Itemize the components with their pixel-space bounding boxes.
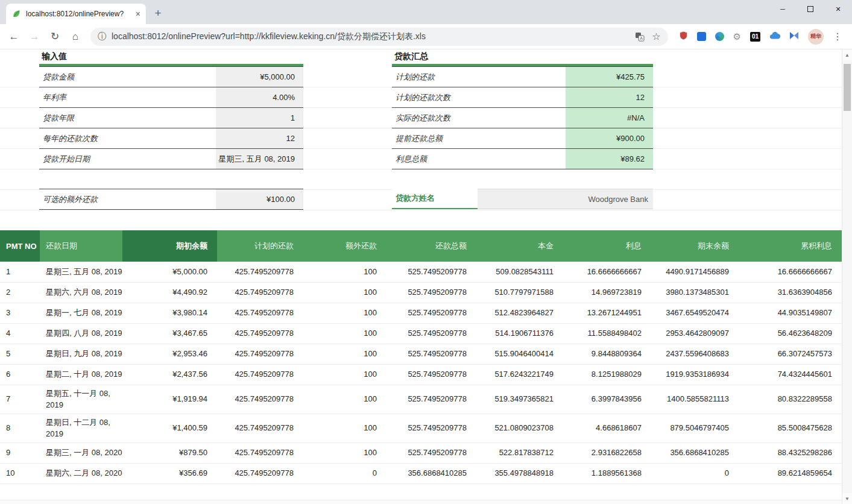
col-scheduled-payment: 计划的还款 [217,230,303,262]
horizontal-scroll-strip[interactable] [0,500,842,504]
table-row: 9星期三, 一月 08, 2020¥879.50425.749520977810… [0,443,842,463]
browser-tab[interactable]: localhost:8012/onlinePreview? × [6,4,146,24]
cell: 355.4978848918 [476,463,563,484]
cell: 3980.1373485301 [651,282,739,303]
kv-label: 每年的还款次数 [39,128,216,149]
spacer [392,169,653,189]
cell: 522.817838712 [476,443,563,463]
kv-value: 4.00% [216,87,303,108]
cell: 4490.9171456889 [651,262,739,282]
cell: 100 [303,344,387,364]
cell: 星期五, 十一月 08, 2019 [40,385,122,414]
table-row: 4星期四, 八月 08, 2019¥3,467.65425.7495209778… [0,323,842,344]
new-tab-button[interactable]: + [150,5,166,22]
cell: 1.1889561368 [563,463,651,484]
bookmark-star-icon[interactable]: ☆ [652,31,660,42]
reload-button[interactable]: ↻ [46,28,63,45]
kv-row: 可选的额外还款 ¥100.00 [39,189,303,210]
minimize-button[interactable]: ─ [769,0,797,18]
kv-label: 计划的还款 [392,67,566,87]
col-cumulative-interest: 累积利息 [739,230,842,262]
kv-value: #N/A [566,108,653,128]
url-text: localhost:8012/onlinePreview?url=http://… [112,31,628,42]
kkfileview-favicon-icon [11,9,21,19]
kv-row: 贷款年限 1 [39,108,303,128]
input-panel: 输入值 贷款金额 ¥5,000.00 年利率 4.00% 贷款年限 1 每年的还… [39,51,303,210]
scrollbar-thumb[interactable] [844,64,851,111]
maximize-button[interactable] [797,0,824,18]
cell: 4 [0,323,40,344]
browser-menu-icon[interactable]: ⋮ [833,31,842,42]
home-button[interactable]: ⌂ [67,28,84,45]
extension-cloud-icon[interactable] [769,31,780,42]
cell: 509.0828543111 [476,262,563,282]
col-extra-payment: 额外还款 [303,230,387,262]
cell: 10 [0,463,40,484]
maximize-icon [807,6,813,12]
page-info-icon[interactable]: ⓘ [98,31,106,42]
lender-name-value: Woodgrove Bank [478,189,653,209]
cell: 512.4823964827 [476,303,563,323]
cell: 100 [303,443,387,463]
cell: 879.5046797405 [651,414,739,443]
cell: 星期一, 七月 08, 2019 [40,303,122,323]
cell: 425.7495209778 [217,443,303,463]
scroll-down-icon[interactable]: ▼ [842,493,852,504]
forward-button[interactable]: → [26,28,43,45]
kv-label: 贷款开始日期 [39,149,216,169]
cell: 星期三, 一月 08, 2020 [40,443,122,463]
cell: 星期六, 六月 08, 2019 [40,282,122,303]
profile-avatar[interactable]: 精华 [808,29,824,45]
cell: 星期六, 二月 08, 2020 [40,463,122,484]
extension-shield-icon[interactable] [679,31,688,43]
cell: 16.6666666667 [739,262,842,282]
cell: 31.6363904856 [739,282,842,303]
cell: 3467.6549520474 [651,303,739,323]
close-button[interactable]: ✕ [824,0,852,18]
cell: 100 [303,364,387,385]
extension-blue-square-icon[interactable] [697,32,706,41]
extension-butterfly-icon[interactable] [789,31,799,42]
extra-payment-table: 可选的额外还款 ¥100.00 [39,189,303,210]
cell: 7 [0,385,40,414]
translate-icon[interactable]: A [635,32,645,42]
kv-value: ¥89.62 [566,149,653,169]
kv-value: 1 [216,108,303,128]
cell: 525.7495209778 [387,282,476,303]
cell: 525.7495209778 [387,303,476,323]
cell: ¥1,400.59 [122,414,217,443]
cell: 525.7495209778 [387,364,476,385]
kv-row: 计划的还款 ¥425.75 [392,67,653,87]
table-row: 1星期三, 五月 08, 2019¥5,000.00425.7495209778… [0,262,842,282]
schedule-body: 1星期三, 五月 08, 2019¥5,000.00425.7495209778… [0,262,842,484]
cell: 100 [303,303,387,323]
col-principal: 本金 [476,230,563,262]
cell: 13.2671244951 [563,303,651,323]
vertical-scrollbar[interactable]: ▲ ▼ [842,49,852,504]
cell: 2.9316822658 [563,443,651,463]
tab-close-icon[interactable]: × [136,9,140,19]
cell: ¥1,919.94 [122,385,217,414]
cell: 425.7495209778 [217,414,303,443]
extension-circle-icon[interactable] [715,32,724,41]
cell: 356.6868410285 [651,443,739,463]
cell: ¥4,490.92 [122,282,217,303]
cell: 16.6666666667 [563,262,651,282]
kv-value: ¥5,000.00 [216,67,303,87]
col-total-payment: 还款总额 [387,230,476,262]
col-interest: 利息 [563,230,651,262]
extension-gear-icon[interactable]: ⚙ [733,32,741,41]
cell: 519.3497365821 [476,385,563,414]
cell: 425.7495209778 [217,323,303,344]
cell: 88.4325298286 [739,443,842,463]
address-bar[interactable]: ⓘ localhost:8012/onlinePreview?url=http:… [90,28,668,46]
cell: 510.7797971588 [476,282,563,303]
back-button[interactable]: ← [5,28,22,45]
scroll-up-icon[interactable]: ▲ [842,49,852,60]
kv-row: 计划的还款次数 12 [392,87,653,108]
extension-badge-01[interactable]: 01 [750,32,760,42]
cell: 星期日, 九月 08, 2019 [40,344,122,364]
kv-label: 年利率 [39,87,216,108]
cell: 56.4623648209 [739,323,842,344]
cell: 525.7495209778 [387,414,476,443]
